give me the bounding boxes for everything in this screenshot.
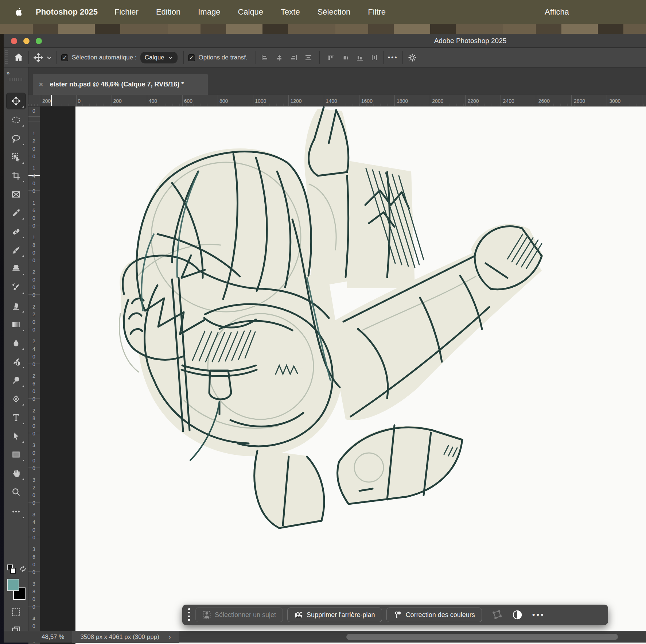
menu-item-affichage[interactable]: Afficha	[545, 0, 569, 24]
swap-colors-icon[interactable]	[18, 564, 28, 574]
menu-item-edition[interactable]: Edition	[156, 7, 180, 17]
tool-pen[interactable]	[7, 391, 26, 407]
canvas-area[interactable]	[40, 106, 646, 644]
distribute-vertical-center-icon[interactable]	[304, 53, 313, 62]
remove-background-button[interactable]: Supprimer l'arrière-plan	[287, 608, 382, 622]
close-window-button[interactable]	[11, 38, 17, 44]
tool-rectangle[interactable]	[7, 447, 26, 463]
tool-brush[interactable]	[7, 242, 26, 258]
tool-move[interactable]	[7, 93, 26, 109]
tool-clone-stamp[interactable]	[7, 261, 26, 277]
h-ruler-label: 1600	[361, 98, 373, 104]
zoom-level[interactable]: 48,57 %	[42, 633, 64, 641]
home-icon[interactable]	[13, 52, 24, 63]
menu-item-filtre[interactable]: Filtre	[368, 7, 386, 17]
tool-spot-healing-brush[interactable]	[7, 224, 26, 240]
distribute-horizontal-icon[interactable]	[370, 53, 379, 62]
align-top-icon[interactable]	[326, 53, 335, 62]
move-tool-preset-icon[interactable]	[33, 53, 43, 63]
minimize-window-button[interactable]	[23, 38, 30, 44]
tool-hand[interactable]	[7, 465, 26, 481]
tool-object-selection[interactable]	[7, 149, 26, 165]
apple-icon[interactable]	[14, 7, 23, 18]
transform-warp-icon[interactable]	[491, 609, 502, 620]
tool-type[interactable]	[7, 410, 26, 426]
tool-gradient[interactable]	[7, 317, 26, 333]
align-left-icon[interactable]	[260, 53, 269, 62]
ruler-cursor-indicator	[51, 95, 52, 106]
close-tab-icon[interactable]: ×	[39, 80, 43, 89]
person-selection-icon	[202, 610, 211, 619]
quick-mask-icon[interactable]	[7, 604, 26, 620]
distribute-horizontal-center-icon[interactable]	[341, 53, 350, 62]
chevron-right-icon[interactable]: ›	[169, 633, 171, 641]
chevron-down-icon[interactable]	[46, 55, 52, 61]
default-colors-icon[interactable]	[7, 564, 17, 575]
tools-grip[interactable]	[9, 78, 23, 81]
gear-icon[interactable]	[407, 53, 417, 63]
auto-select-checkbox[interactable]: ✓	[61, 54, 68, 61]
v-ruler-label: 1 6 0 0	[28, 199, 39, 230]
tool-eraser[interactable]	[7, 298, 26, 314]
color-correction-button[interactable]: Correction des couleurs	[386, 608, 482, 622]
ruler-corner[interactable]	[28, 95, 40, 106]
tool-eyedropper[interactable]	[7, 205, 26, 221]
v-ruler-label: 3 0 0 0	[28, 442, 39, 472]
zoom-window-button[interactable]	[36, 38, 42, 44]
foreground-color-swatch[interactable]	[7, 579, 19, 591]
chevron-down-icon	[168, 55, 173, 60]
document-info-panel[interactable]: 3508 px x 4961 px (300 ppp) ›	[72, 631, 179, 643]
document-tab-title: elster nb.psd @ 48,6% (Calque 7, RVB/16)…	[50, 81, 184, 88]
tool-lasso[interactable]	[7, 131, 26, 147]
contextual-task-bar[interactable]: Sélectionner un sujet Supprimer l'arrièr…	[182, 605, 608, 625]
divider	[57, 51, 57, 64]
h-ruler-label: 800	[219, 98, 228, 104]
tool-frame[interactable]	[7, 186, 26, 202]
tool-history-brush[interactable]	[7, 279, 26, 295]
menu-item-sélection[interactable]: Sélection	[318, 7, 351, 17]
expand-tools-icon[interactable]: »	[4, 67, 28, 76]
select-subject-button[interactable]: Sélectionner un sujet	[195, 608, 283, 622]
horizontal-scrollbar[interactable]	[346, 634, 618, 640]
contrast-icon[interactable]	[512, 609, 523, 620]
desktop-wallpaper-strip	[0, 24, 646, 34]
options-grip[interactable]	[5, 50, 8, 65]
menu-item-fichier[interactable]: Fichier	[114, 7, 139, 17]
v-ruler-label: 2 2 0 0	[28, 303, 39, 334]
menu-item-calque[interactable]: Calque	[238, 7, 263, 17]
align-right-icon[interactable]	[289, 53, 298, 62]
tool-zoom[interactable]	[7, 484, 26, 500]
color-correction-label: Correction des couleurs	[406, 611, 475, 619]
h-ruler-label: 1000	[255, 98, 266, 104]
more-options-icon[interactable]: •••	[388, 54, 398, 62]
tool-dodge[interactable]	[7, 372, 26, 388]
h-ruler-label: 200	[42, 98, 51, 104]
remove-background-label: Supprimer l'arrière-plan	[307, 611, 375, 619]
h-ruler-label: 3000	[609, 98, 620, 104]
auto-select-dropdown[interactable]: Calque	[140, 52, 178, 63]
menu-item-image[interactable]: Image	[198, 7, 220, 17]
v-ruler-label: 2 0 0 0	[28, 268, 39, 299]
canvas-sketch	[40, 106, 646, 644]
document-tab[interactable]: × elster nb.psd @ 48,6% (Calque 7, RVB/1…	[33, 74, 208, 95]
tool-crop[interactable]	[7, 168, 26, 184]
tool-mixer-brush[interactable]	[7, 354, 26, 370]
tool-options-bar: ✓ Sélection automatique : Calque ✓ Optio…	[4, 48, 646, 67]
tool-edit-toolbar[interactable]	[7, 504, 26, 520]
drag-handle-icon[interactable]	[188, 608, 190, 621]
transform-options-checkbox[interactable]: ✓	[188, 54, 195, 61]
ellipsis-icon[interactable]: •••	[532, 610, 545, 620]
v-ruler-label: 2 4 0 0	[28, 338, 39, 368]
tool-path-selection[interactable]	[7, 428, 26, 444]
select-subject-label: Sélectionner un sujet	[215, 611, 276, 619]
menu-app-name[interactable]: Photoshop 2025	[36, 7, 98, 17]
horizontal-ruler[interactable]: 2000200400600800100012001400160018002000…	[40, 95, 646, 106]
menu-item-texte[interactable]: Texte	[281, 7, 300, 17]
vertical-ruler[interactable]: 01 2 0 01 4 0 01 6 0 01 8 0 02 0 0 02 2 …	[28, 106, 40, 644]
h-ruler-label: 2400	[503, 98, 514, 104]
document-dimensions: 3508 px x 4961 px (300 ppp)	[80, 633, 159, 641]
tool-elliptical-marquee[interactable]	[7, 112, 26, 128]
align-horizontal-center-icon[interactable]	[275, 53, 284, 62]
align-bottom-icon[interactable]	[355, 53, 364, 62]
tool-blur[interactable]	[7, 335, 26, 351]
